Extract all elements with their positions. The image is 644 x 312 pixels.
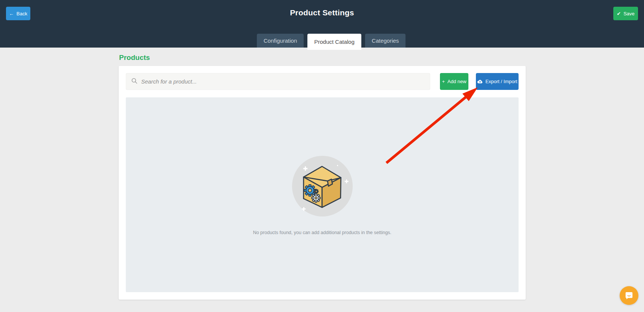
cloud-upload-icon xyxy=(477,79,483,84)
products-heading: Products xyxy=(119,54,150,62)
tab-categories-label: Categories xyxy=(372,37,399,44)
tab-bar: Configuration Product Catalog Categories xyxy=(257,34,405,48)
save-button-label: Save xyxy=(623,11,635,16)
tab-product-catalog[interactable]: Product Catalog xyxy=(307,34,361,50)
export-import-button[interactable]: Export / Import xyxy=(476,73,519,90)
empty-box-illustration xyxy=(292,156,353,216)
export-import-label: Export / Import xyxy=(485,79,517,84)
search-box[interactable] xyxy=(126,73,430,90)
add-new-label: Add new xyxy=(447,79,467,84)
tab-product-catalog-label: Product Catalog xyxy=(314,39,355,45)
products-card: +Add new Export / Import xyxy=(119,66,526,300)
chat-launcher-button[interactable] xyxy=(620,286,638,305)
tab-categories[interactable]: Categories xyxy=(365,34,406,48)
products-toolbar: +Add new Export / Import xyxy=(126,73,519,90)
empty-state-message: No products found, you can add additiona… xyxy=(253,230,392,235)
plus-icon: + xyxy=(442,79,445,84)
gear-white xyxy=(312,194,320,202)
chat-bubble-icon xyxy=(624,291,634,300)
search-icon xyxy=(131,78,137,85)
search-input[interactable] xyxy=(141,78,425,85)
tab-configuration-label: Configuration xyxy=(264,37,297,44)
tab-configuration[interactable]: Configuration xyxy=(257,34,304,48)
gear-dark xyxy=(314,189,319,194)
add-new-button[interactable]: +Add new xyxy=(440,73,468,90)
header: ←Back Product Settings ✔Save Configurati… xyxy=(0,0,644,48)
page-title: Product Settings xyxy=(0,8,644,17)
empty-state-panel: No products found, you can add additiona… xyxy=(126,97,519,292)
checkmark-icon: ✔ xyxy=(617,11,621,16)
save-button[interactable]: ✔Save xyxy=(613,7,638,20)
